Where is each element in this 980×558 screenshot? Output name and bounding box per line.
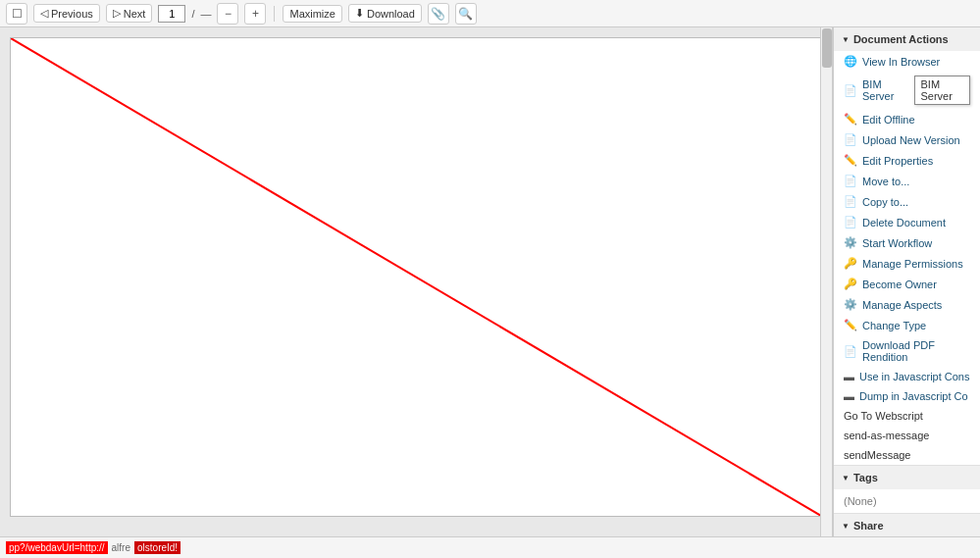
- document-canvas: [0, 27, 832, 536]
- document-actions-title: Document Actions: [853, 33, 949, 45]
- document-area: [0, 27, 833, 536]
- page-separator: /: [191, 8, 194, 20]
- change-type-label: Change Type: [862, 320, 926, 331]
- prev-label: Previous: [51, 8, 93, 20]
- next-button[interactable]: ▷ Next: [106, 4, 153, 23]
- sidebar-item-manage-permissions[interactable]: 🔑 Manage Permissions: [834, 253, 980, 274]
- sidebar-item-change-type[interactable]: ✏️ Change Type: [834, 315, 980, 335]
- document-actions-header[interactable]: ▼ Document Actions: [834, 27, 980, 51]
- delete-document-label: Delete Document: [862, 217, 946, 228]
- move-to-label: Move to...: [862, 176, 909, 187]
- sidebar-item-go-to-webscript[interactable]: Go To Webscript: [834, 406, 980, 426]
- start-workflow-label: Start Workflow: [862, 237, 932, 249]
- tags-header[interactable]: ▼ Tags: [834, 466, 980, 489]
- become-owner-label: Become Owner: [862, 279, 937, 290]
- document-actions-section: ▼ Document Actions 🌐 View In Browser 📄 B…: [834, 27, 980, 466]
- toolbar: ☐ ◁ Previous ▷ Next / — − + Maximize ⬇ D…: [0, 0, 980, 27]
- status-middle: alfre: [112, 542, 130, 553]
- search-button[interactable]: 🔍: [455, 3, 477, 25]
- share-header[interactable]: ▼ Share: [834, 514, 980, 536]
- upload-new-version-label: Upload New Version: [862, 134, 960, 146]
- zoom-in-button[interactable]: +: [244, 3, 266, 25]
- status-highlight-1: pp?/webdavUrl=http://: [6, 541, 108, 554]
- page-input[interactable]: [158, 5, 185, 23]
- go-to-webscript-label: Go To Webscript: [844, 410, 923, 422]
- vertical-scrollbar[interactable]: [820, 27, 832, 536]
- upload-icon: 📄: [844, 133, 857, 146]
- bim-server-tooltip: BIM Server: [914, 76, 971, 105]
- share-title: Share: [853, 520, 884, 532]
- sidebar-item-start-workflow[interactable]: ⚙️ Start Workflow: [834, 232, 980, 253]
- sidebar-item-become-owner[interactable]: 🔑 Become Owner: [834, 274, 980, 294]
- sidebar-item-dump-in-javascript[interactable]: ▬ Dump in Javascript Co: [834, 386, 980, 406]
- red-diagonal-line: [11, 38, 821, 516]
- page-separator-dash: —: [200, 8, 211, 20]
- section-arrow-icon: ▼: [842, 35, 850, 44]
- share-section: ▼ Share Copy this link to share http://p…: [834, 514, 980, 536]
- sidebar-item-copy-to[interactable]: 📄 Copy to...: [834, 191, 980, 212]
- svg-line-0: [11, 38, 821, 516]
- edit-properties-label: Edit Properties: [862, 155, 933, 167]
- owner-icon: 🔑: [844, 278, 857, 290]
- status-bar: pp?/webdavUrl=http:// alfre olstoreId!: [0, 536, 980, 558]
- bim-server-icon: 📄: [844, 84, 857, 97]
- tags-arrow-icon: ▼: [842, 474, 850, 482]
- share-arrow-icon: ▼: [842, 522, 850, 531]
- next-label: Next: [124, 8, 146, 20]
- sidebar-item-move-to[interactable]: 📄 Move to...: [834, 171, 980, 191]
- delete-icon: 📄: [844, 216, 857, 228]
- status-highlight-2: olstoreId!: [134, 541, 181, 554]
- document-page: [10, 37, 822, 517]
- sidebar-item-download-pdf[interactable]: 📄 Download PDF Rendition: [834, 335, 980, 367]
- sidebar-item-delete-document[interactable]: 📄 Delete Document: [834, 212, 980, 232]
- use-js-icon: ▬: [844, 371, 854, 382]
- download-pdf-label: Download PDF Rendition: [862, 339, 970, 363]
- edit-properties-icon: ✏️: [844, 154, 857, 167]
- page-checkbox[interactable]: ☐: [6, 3, 27, 25]
- right-sidebar: ▼ Document Actions 🌐 View In Browser 📄 B…: [833, 27, 980, 536]
- send-message-label: sendMessage: [844, 449, 911, 461]
- tags-content: (None): [844, 495, 877, 507]
- maximize-label: Maximize: [289, 8, 335, 20]
- download-button[interactable]: ⬇ Download: [348, 4, 422, 23]
- change-type-icon: ✏️: [844, 319, 857, 331]
- dump-javascript-label: Dump in Javascript Co: [859, 390, 968, 402]
- prev-icon: ◁: [40, 7, 48, 20]
- maximize-button[interactable]: Maximize: [283, 5, 341, 23]
- next-icon: ▷: [113, 7, 121, 20]
- permissions-icon: 🔑: [844, 257, 857, 270]
- scrollbar-thumb[interactable]: [822, 28, 832, 68]
- zoom-out-button[interactable]: −: [217, 3, 238, 25]
- toolbar-separator: [274, 6, 275, 22]
- bim-server-label: BIM Server: [862, 78, 905, 102]
- download-icon: ⬇: [355, 7, 364, 20]
- sidebar-item-bim-server[interactable]: 📄 BIM Server BIM Server: [834, 72, 980, 109]
- use-javascript-label: Use in Javascript Cons: [859, 371, 970, 382]
- copy-to-icon: 📄: [844, 195, 857, 208]
- main-layout: ▼ Document Actions 🌐 View In Browser 📄 B…: [0, 27, 980, 536]
- sidebar-item-upload-new-version[interactable]: 📄 Upload New Version: [834, 129, 980, 150]
- sidebar-item-send-as-message[interactable]: send-as-message: [834, 426, 980, 445]
- clip-button[interactable]: 📎: [428, 3, 449, 25]
- tags-value: (None): [834, 489, 980, 513]
- manage-aspects-label: Manage Aspects: [862, 299, 942, 311]
- sidebar-item-edit-offline[interactable]: ✏️ Edit Offline: [834, 109, 980, 129]
- pdf-icon: 📄: [844, 345, 857, 358]
- aspects-icon: ⚙️: [844, 298, 857, 311]
- view-browser-icon: 🌐: [844, 55, 857, 68]
- dump-js-icon: ▬: [844, 390, 854, 402]
- sidebar-item-manage-aspects[interactable]: ⚙️ Manage Aspects: [834, 294, 980, 315]
- sidebar-item-use-in-javascript[interactable]: ▬ Use in Javascript Cons: [834, 367, 980, 386]
- sidebar-item-send-message[interactable]: sendMessage: [834, 445, 980, 465]
- edit-offline-icon: ✏️: [844, 113, 857, 126]
- manage-permissions-label: Manage Permissions: [862, 258, 963, 270]
- view-browser-label: View In Browser: [862, 56, 940, 68]
- workflow-icon: ⚙️: [844, 236, 857, 249]
- tags-section: ▼ Tags (None): [834, 466, 980, 514]
- prev-button[interactable]: ◁ Previous: [33, 4, 100, 23]
- sidebar-item-edit-properties[interactable]: ✏️ Edit Properties: [834, 150, 980, 171]
- copy-to-label: Copy to...: [862, 196, 908, 208]
- tags-title: Tags: [853, 472, 878, 483]
- move-to-icon: 📄: [844, 175, 857, 187]
- sidebar-item-view-in-browser[interactable]: 🌐 View In Browser: [834, 51, 980, 72]
